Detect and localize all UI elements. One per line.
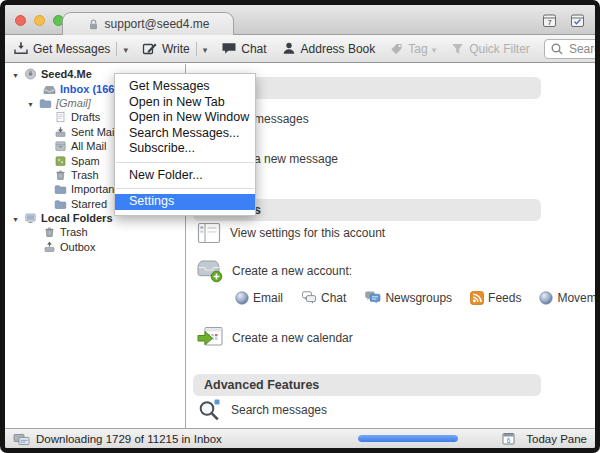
menu-item-get-messages[interactable]: Get Messages xyxy=(115,79,255,95)
account-type-label: Email xyxy=(253,291,283,305)
get-messages-button[interactable]: Get Messages xyxy=(13,41,128,56)
sidebar-item-local-trash[interactable]: Trash xyxy=(5,225,185,239)
disclosure-triangle-icon[interactable] xyxy=(11,212,20,224)
sidebar-item-label: Sent Mail xyxy=(71,126,117,138)
chat-bubbles-icon xyxy=(301,290,317,305)
account-type-chat[interactable]: Chat xyxy=(301,290,346,305)
create-calendar-link[interactable]: Create a new calendar xyxy=(196,324,353,351)
today-pane-calendar-icon: 6 xyxy=(502,432,515,445)
sidebar-item-label: Local Folders xyxy=(41,212,113,224)
dropdown-caret-icon[interactable] xyxy=(123,42,128,56)
address-book-icon xyxy=(281,41,297,56)
local-folders-icon xyxy=(24,212,37,224)
section-header-advanced: Advanced Features xyxy=(193,374,541,396)
account-type-email[interactable]: Email xyxy=(235,290,283,305)
account-type-label: Chat xyxy=(321,291,346,305)
address-book-button[interactable]: Address Book xyxy=(281,41,376,56)
traffic-lights xyxy=(15,15,64,26)
sidebar-item-label: Drafts xyxy=(71,111,100,123)
read-messages-link-partial[interactable]: messages xyxy=(254,112,309,126)
disclosure-triangle-icon[interactable] xyxy=(11,68,20,80)
account-type-feeds[interactable]: Feeds xyxy=(470,290,521,305)
button-label: Tag xyxy=(408,42,427,56)
quick-filter-button[interactable]: Quick Filter xyxy=(450,42,530,56)
status-bar: Downloading 1729 of 11215 in Inbox 6 Tod… xyxy=(5,428,595,448)
tag-button[interactable]: Tag xyxy=(389,42,436,56)
view-settings-link[interactable]: View settings for this account xyxy=(196,220,385,246)
account-type-movemail[interactable]: Movemail xyxy=(539,290,595,305)
disclosure-triangle-icon[interactable] xyxy=(26,97,35,109)
svg-text:6: 6 xyxy=(507,437,511,444)
sidebar-item-label: Spam xyxy=(71,155,100,167)
search-messages-icon xyxy=(197,397,223,423)
menu-item-subscribe[interactable]: Subscribe... xyxy=(115,141,255,157)
link-label: Search messages xyxy=(231,403,327,417)
sidebar-item-outbox[interactable]: Outbox xyxy=(5,240,185,254)
main-toolbar: Get Messages Write Chat Address Book xyxy=(5,35,595,63)
feeds-rss-icon xyxy=(470,291,484,305)
dropdown-caret-icon[interactable] xyxy=(432,42,437,56)
sidebar-item-label: Trash xyxy=(71,169,99,181)
tag-icon xyxy=(389,42,404,56)
trash-icon xyxy=(54,169,67,181)
sidebar-item-label: Outbox xyxy=(60,241,95,253)
lock-icon xyxy=(87,18,100,31)
menu-item-settings[interactable]: Settings xyxy=(115,194,255,210)
account-type-label: Feeds xyxy=(488,291,521,305)
get-messages-icon xyxy=(13,41,29,56)
menu-separator xyxy=(116,188,254,189)
sent-icon xyxy=(54,126,67,138)
status-text: Downloading 1729 of 11215 in Inbox xyxy=(36,433,222,445)
write-icon xyxy=(142,41,158,56)
menu-separator xyxy=(116,162,254,163)
account-type-label: Newsgroups xyxy=(385,291,452,305)
close-button[interactable] xyxy=(15,15,26,26)
download-status-icon xyxy=(13,432,30,446)
account-type-label: Movemail xyxy=(557,291,595,305)
dropdown-caret-icon[interactable] xyxy=(203,42,208,56)
inbox-icon xyxy=(43,83,56,95)
drafts-icon xyxy=(54,111,67,123)
folder-icon xyxy=(54,198,67,210)
section-title: Advanced Features xyxy=(204,378,319,392)
view-settings-icon xyxy=(196,220,222,246)
menu-item-search-messages[interactable]: Search Messages... xyxy=(115,126,255,142)
account-icon xyxy=(24,68,37,80)
today-pane-toggle[interactable]: 6 Today Pane xyxy=(502,432,587,445)
button-label: Address Book xyxy=(301,42,376,56)
create-account-icon xyxy=(195,257,224,284)
write-button[interactable]: Write xyxy=(142,41,207,56)
mail-tab[interactable]: support@seed4.me xyxy=(62,12,234,35)
outbox-icon xyxy=(43,241,56,253)
link-label: Create a new calendar xyxy=(232,331,353,345)
search-messages-link[interactable]: Search messages xyxy=(197,397,327,423)
sidebar-item-label: Starred xyxy=(71,198,107,210)
chat-icon xyxy=(221,41,237,56)
movemail-sphere-icon xyxy=(539,291,553,305)
create-account-link[interactable]: Create a new account: xyxy=(195,257,352,284)
app-window: support@seed4.me 7 Get Messages Write xyxy=(5,5,595,448)
sidebar-item-label: Inbox (166) xyxy=(60,83,118,95)
sidebar-item-label: Seed4.Me xyxy=(41,68,92,80)
minimize-button[interactable] xyxy=(34,15,45,26)
folder-icon xyxy=(39,97,52,109)
button-label: Write xyxy=(162,42,190,56)
menu-item-open-new-window[interactable]: Open in New Window xyxy=(115,110,255,126)
today-pane-label: Today Pane xyxy=(526,433,587,445)
chat-button[interactable]: Chat xyxy=(221,41,266,56)
button-label: Chat xyxy=(241,42,266,56)
sidebar-item-label: Trash xyxy=(60,226,88,238)
menu-item-new-folder[interactable]: New Folder... xyxy=(115,168,255,184)
account-type-row: Email Chat Newsgroups xyxy=(235,290,595,305)
button-label: Quick Filter xyxy=(469,42,530,56)
link-label: Create a new account: xyxy=(232,264,352,278)
create-calendar-icon xyxy=(196,324,224,351)
write-message-link-partial[interactable]: a new message xyxy=(254,152,338,166)
archive-icon xyxy=(54,140,67,152)
search-box xyxy=(544,39,595,59)
account-type-newsgroups[interactable]: Newsgroups xyxy=(364,290,452,305)
download-progress-bar xyxy=(358,435,458,442)
calendar-tab-icon[interactable]: 7 xyxy=(542,13,557,28)
menu-item-open-new-tab[interactable]: Open in New Tab xyxy=(115,95,255,111)
tasks-tab-icon[interactable] xyxy=(570,13,585,28)
